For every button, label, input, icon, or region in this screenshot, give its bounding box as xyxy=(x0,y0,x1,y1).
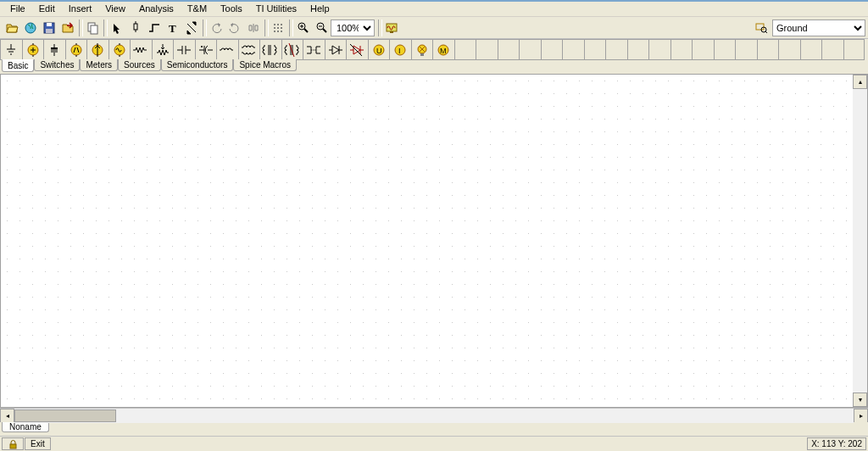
comp-voltage-source[interactable] xyxy=(65,39,87,60)
comp-motor[interactable]: M xyxy=(432,39,454,60)
zoom-select[interactable]: 100% xyxy=(331,19,375,36)
main-toolbar: T 100% Ground xyxy=(0,17,868,39)
comp-empty xyxy=(800,39,822,60)
menu-analysis[interactable]: Analysis xyxy=(132,3,181,15)
tab-meters[interactable]: Meters xyxy=(80,59,118,71)
zoom-out-button[interactable] xyxy=(312,19,331,37)
open-button[interactable] xyxy=(3,19,21,37)
svg-text:I: I xyxy=(398,47,401,55)
svg-point-25 xyxy=(92,45,103,55)
svg-point-18 xyxy=(317,23,324,30)
comp-current-pin[interactable]: I xyxy=(389,39,411,60)
comp-diode[interactable] xyxy=(325,39,347,60)
last-component-button[interactable] xyxy=(126,19,145,37)
svg-point-24 xyxy=(71,45,81,55)
menu-insert[interactable]: Insert xyxy=(62,3,99,15)
svg-point-9 xyxy=(277,24,279,25)
scroll-up-button[interactable]: ▴ xyxy=(853,75,867,89)
comp-empty xyxy=(541,39,563,60)
open-web-button[interactable] xyxy=(21,19,40,37)
tab-switches[interactable]: Switches xyxy=(34,59,80,71)
svg-point-17 xyxy=(298,23,305,30)
comp-polarized-capacitor[interactable] xyxy=(195,39,217,60)
comp-nonlinear-inductor[interactable] xyxy=(281,39,303,60)
svg-point-0 xyxy=(25,23,36,33)
tab-spice-macros[interactable]: Spice Macros xyxy=(233,59,297,71)
svg-rect-21 xyxy=(756,24,764,30)
svg-point-26 xyxy=(114,45,125,55)
pointer-button[interactable] xyxy=(108,19,126,37)
svg-rect-6 xyxy=(134,24,137,30)
scroll-down-button[interactable]: ▾ xyxy=(853,393,867,407)
tab-semiconductors[interactable]: Semiconductors xyxy=(161,59,234,71)
wire-button[interactable] xyxy=(145,19,164,37)
menu-ti-utilities[interactable]: TI Utilities xyxy=(249,3,303,15)
tab-sources[interactable]: Sources xyxy=(118,59,161,71)
page-tab-noname[interactable]: Noname xyxy=(2,422,49,432)
comp-current-source[interactable] xyxy=(86,39,108,60)
menu-tools[interactable]: Tools xyxy=(214,3,249,15)
scroll-left-button[interactable]: ◂ xyxy=(0,409,14,423)
svg-rect-4 xyxy=(88,23,95,31)
status-bar: Exit X: 113 Y: 202 xyxy=(0,436,868,451)
horizontal-scrollbar[interactable]: ◂ ▸ xyxy=(0,408,868,422)
svg-point-10 xyxy=(281,24,282,25)
schematic-canvas[interactable] xyxy=(1,75,868,408)
exit-button[interactable]: Exit xyxy=(25,437,51,450)
comp-dual-supply[interactable] xyxy=(43,39,65,60)
autowire-button[interactable] xyxy=(182,19,201,37)
menu-help[interactable]: Help xyxy=(303,3,337,15)
comp-coupled-inductor[interactable] xyxy=(238,39,260,60)
svg-point-15 xyxy=(277,31,279,32)
comp-ground[interactable] xyxy=(0,39,22,60)
comp-transformer[interactable] xyxy=(259,39,281,60)
lock-button[interactable] xyxy=(2,437,24,450)
comp-led[interactable] xyxy=(346,39,368,60)
vscroll-track[interactable] xyxy=(853,89,867,393)
find-component-button[interactable] xyxy=(752,19,771,37)
svg-point-27 xyxy=(374,45,384,55)
menu-edit[interactable]: Edit xyxy=(32,3,62,15)
svg-rect-20 xyxy=(390,31,393,33)
scroll-right-button[interactable]: ▸ xyxy=(854,409,868,423)
tab-basic[interactable]: Basic xyxy=(2,59,34,72)
comp-empty xyxy=(454,39,476,60)
svg-point-11 xyxy=(274,27,275,29)
zoom-in-button[interactable] xyxy=(293,19,312,37)
comp-inductor[interactable] xyxy=(216,39,238,60)
save-button[interactable] xyxy=(40,19,58,37)
svg-point-22 xyxy=(761,27,766,32)
svg-point-16 xyxy=(281,31,282,32)
component-palette: U I M xyxy=(0,39,868,60)
svg-point-31 xyxy=(418,45,426,53)
comp-empty xyxy=(519,39,541,60)
comp-empty xyxy=(778,39,800,60)
comp-capacitor[interactable] xyxy=(173,39,195,60)
menu-file[interactable]: File xyxy=(3,3,32,15)
comp-jumper[interactable] xyxy=(303,39,325,60)
comp-ac-voltage-source[interactable] xyxy=(108,39,131,60)
menu-view[interactable]: View xyxy=(98,3,132,15)
svg-point-13 xyxy=(281,27,282,29)
hscroll-thumb[interactable] xyxy=(14,409,116,422)
comp-empty xyxy=(562,39,584,60)
svg-rect-32 xyxy=(420,53,424,56)
comp-bulb[interactable] xyxy=(411,39,433,60)
comp-potentiometer[interactable] xyxy=(152,39,174,60)
rotate-right-button[interactable] xyxy=(225,19,244,37)
mirror-button[interactable] xyxy=(244,19,263,37)
text-button[interactable]: T xyxy=(164,19,182,37)
menu-tm[interactable]: T&M xyxy=(181,3,214,15)
component-select[interactable]: Ground xyxy=(772,19,865,36)
close-button[interactable] xyxy=(58,19,77,37)
comp-resistor[interactable] xyxy=(130,39,152,60)
oscilloscope-button[interactable] xyxy=(382,19,401,37)
grid-button[interactable] xyxy=(269,19,287,37)
vertical-scrollbar[interactable]: ▴ ▾ xyxy=(853,75,867,407)
rotate-left-button[interactable] xyxy=(207,19,225,37)
svg-rect-19 xyxy=(387,24,397,31)
comp-battery[interactable] xyxy=(22,39,44,60)
comp-voltage-pin[interactable]: U xyxy=(368,39,390,60)
copy-button[interactable] xyxy=(83,19,102,37)
hscroll-track[interactable] xyxy=(14,409,854,423)
